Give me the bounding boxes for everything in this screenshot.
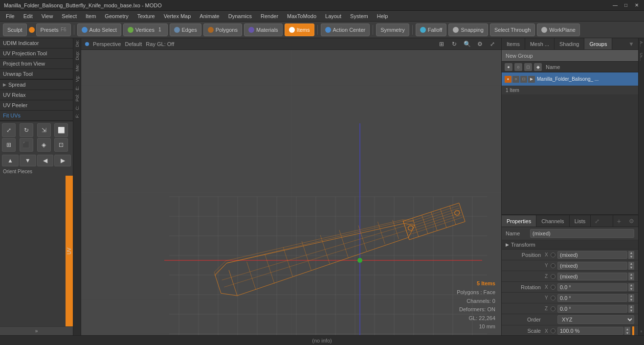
materials-button[interactable]: Materials bbox=[244, 23, 283, 36]
symmetry-button[interactable]: Symmetry bbox=[376, 23, 409, 36]
pos-y-input[interactable] bbox=[557, 262, 627, 270]
pos-x-up[interactable]: ▲ bbox=[628, 251, 634, 255]
udim-indicator-item[interactable]: UDIM Indicator bbox=[0, 38, 73, 48]
transform-section-header[interactable]: ▶ Transform bbox=[502, 240, 638, 250]
snapping-button[interactable]: Snapping bbox=[448, 23, 488, 36]
item-vis-icon[interactable]: ● bbox=[505, 76, 511, 83]
menu-geometry[interactable]: Geometry bbox=[101, 12, 132, 20]
props-channels-tab[interactable]: Channels bbox=[536, 215, 569, 227]
nav-up-btn[interactable]: ▲ bbox=[2, 155, 19, 166]
items-button[interactable]: Items bbox=[285, 23, 314, 36]
rot-y-radio[interactable] bbox=[551, 296, 555, 300]
props-settings-btn[interactable]: ⚙ bbox=[625, 215, 638, 227]
move-tool-btn[interactable]: ⤢ bbox=[2, 123, 16, 137]
scale-x-down[interactable]: ▼ bbox=[624, 331, 630, 335]
rot-x-radio[interactable] bbox=[551, 285, 555, 290]
new-group-button[interactable]: New Group bbox=[502, 50, 638, 62]
pos-y-down[interactable]: ▼ bbox=[628, 266, 634, 270]
viewport-zoom-icon[interactable]: 🔍 bbox=[462, 39, 472, 49]
rp-mesh-tab[interactable]: Mesh ... bbox=[525, 38, 555, 49]
rotate-tool-btn[interactable]: ↻ bbox=[20, 123, 33, 137]
order-select[interactable]: XYZ XZY YXZ YZX ZXY ZYX bbox=[557, 315, 634, 324]
item-lock-icon[interactable]: ○ bbox=[512, 76, 519, 83]
pos-y-radio[interactable] bbox=[551, 263, 555, 268]
fit-uvs-item[interactable]: Fit UVs bbox=[0, 111, 73, 121]
pos-z-down[interactable]: ▼ bbox=[628, 276, 634, 280]
props-add-btn[interactable]: + bbox=[613, 215, 625, 227]
uv-tool-btn[interactable]: ◈ bbox=[37, 138, 51, 152]
viewport-settings-icon[interactable]: ⚙ bbox=[475, 39, 485, 49]
minimize-button[interactable]: — bbox=[612, 2, 619, 9]
props-expand-btn[interactable]: ⤢ bbox=[591, 215, 603, 227]
uv-peeler-item[interactable]: UV Peeler bbox=[0, 100, 73, 111]
pos-x-radio[interactable] bbox=[551, 253, 555, 257]
maximize-button[interactable]: □ bbox=[622, 2, 629, 9]
close-button[interactable]: ✕ bbox=[633, 2, 640, 9]
rot-z-down[interactable]: ▼ bbox=[628, 309, 634, 313]
menu-system[interactable]: System bbox=[346, 12, 372, 20]
polygons-button[interactable]: Polygons bbox=[203, 23, 242, 36]
pos-z-up[interactable]: ▲ bbox=[628, 273, 634, 276]
rot-y-input[interactable] bbox=[557, 294, 627, 302]
viewport-type[interactable]: Perspective bbox=[93, 41, 121, 47]
menu-file[interactable]: File bbox=[2, 12, 19, 20]
select-through-button[interactable]: Select Through bbox=[490, 23, 535, 36]
menu-view[interactable]: View bbox=[38, 12, 57, 20]
grid-tool-btn[interactable]: ⊞ bbox=[2, 138, 16, 152]
scale-tool-btn[interactable]: ⇲ bbox=[37, 123, 51, 137]
menu-layout[interactable]: Layout bbox=[321, 12, 345, 20]
canvas-area[interactable]: 5 Items Polygons : Face Channels: 0 Defo… bbox=[81, 50, 501, 335]
presets-button[interactable]: Presets F6 bbox=[36, 23, 71, 36]
viewport-mode[interactable]: Default bbox=[125, 41, 142, 47]
weld-tool-btn[interactable]: ⊡ bbox=[54, 138, 68, 152]
rot-y-down[interactable]: ▼ bbox=[628, 298, 634, 302]
prop-name-input[interactable] bbox=[530, 229, 634, 238]
scale-x-up[interactable]: ▲ bbox=[624, 327, 630, 331]
menu-render[interactable]: Render bbox=[257, 12, 282, 20]
props-lists-tab[interactable]: Lists bbox=[570, 215, 591, 227]
rot-x-input[interactable] bbox=[557, 283, 627, 291]
menu-animate[interactable]: Animate bbox=[196, 12, 223, 20]
nav-right-btn[interactable]: ▶ bbox=[54, 155, 71, 166]
project-from-view-item[interactable]: Project from View bbox=[0, 59, 73, 69]
scene-eye-icon[interactable]: ● bbox=[505, 63, 512, 71]
spread-item[interactable]: ▶ Spread bbox=[0, 80, 73, 90]
workplane-button[interactable]: WorkPlane bbox=[537, 23, 580, 36]
select-tool-btn[interactable]: ⬜ bbox=[54, 123, 68, 137]
pos-x-down[interactable]: ▼ bbox=[628, 255, 634, 259]
menu-vertex-map[interactable]: Vertex Map bbox=[160, 12, 195, 20]
menu-item[interactable]: Item bbox=[82, 12, 100, 20]
pos-y-up[interactable]: ▲ bbox=[628, 262, 634, 266]
rp-items-tab[interactable]: Items bbox=[502, 38, 525, 49]
menu-texture[interactable]: Texture bbox=[133, 12, 159, 20]
rot-z-input[interactable] bbox=[557, 305, 627, 313]
menu-help[interactable]: Help bbox=[373, 12, 392, 20]
scale-x-input[interactable] bbox=[557, 327, 623, 335]
scene-lock-icon[interactable]: ○ bbox=[514, 63, 522, 71]
viewport-refresh-icon[interactable]: ↻ bbox=[449, 39, 459, 49]
rot-z-radio[interactable] bbox=[551, 306, 555, 311]
action-center-button[interactable]: Action Center bbox=[321, 23, 370, 36]
auto-select-button[interactable]: Auto Select bbox=[77, 23, 121, 36]
sidebar-expand-btn[interactable]: » bbox=[0, 326, 73, 335]
menu-edit[interactable]: Edit bbox=[20, 12, 37, 20]
rot-x-down[interactable]: ▼ bbox=[628, 287, 634, 291]
scale-x-radio[interactable] bbox=[551, 328, 555, 333]
rp-groups-tab[interactable]: Groups bbox=[584, 38, 612, 49]
rp-shading-tab[interactable]: Shading bbox=[555, 38, 584, 49]
vertices-button[interactable]: Vertices 1 bbox=[123, 23, 168, 36]
nav-left-btn[interactable]: ◀ bbox=[37, 155, 54, 166]
props-properties-tab[interactable]: Properties bbox=[502, 215, 536, 227]
pos-z-radio[interactable] bbox=[551, 274, 555, 279]
menu-maxtomodo[interactable]: MaxToModo bbox=[283, 12, 320, 20]
menu-dynamics[interactable]: Dynamics bbox=[224, 12, 256, 20]
sculpt-button[interactable]: Sculpt bbox=[3, 23, 27, 36]
edge-bottom-expand[interactable]: » bbox=[639, 327, 644, 335]
pos-x-input[interactable] bbox=[557, 251, 627, 259]
edges-button[interactable]: Edges bbox=[170, 23, 201, 36]
rot-x-up[interactable]: ▲ bbox=[628, 283, 634, 287]
viewport-raygl[interactable]: Ray GL: Off bbox=[146, 41, 174, 47]
scene-item-row[interactable]: ● ○ □ ▶ Manilla_Folder_Balisong_ ... bbox=[502, 72, 638, 86]
uv-projection-tool-item[interactable]: UV Projection Tool bbox=[0, 48, 73, 59]
rp-expand-btn[interactable]: ▼ bbox=[624, 41, 638, 47]
